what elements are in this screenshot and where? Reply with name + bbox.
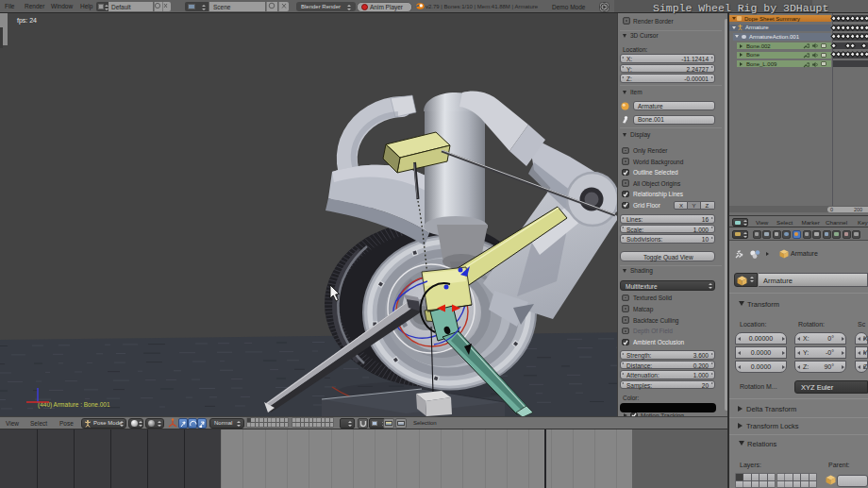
svg-text:fps: 24: fps: 24 [17, 17, 37, 25]
